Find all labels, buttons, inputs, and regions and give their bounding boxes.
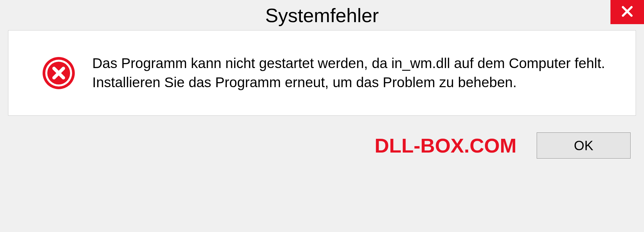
message-panel: Das Programm kann nicht gestartet werden…	[8, 30, 636, 116]
close-icon	[620, 4, 635, 20]
title-bar: Systemfehler	[0, 0, 644, 30]
dialog-title: Systemfehler	[265, 4, 379, 26]
error-message: Das Programm kann nicht gestartet werden…	[92, 54, 615, 92]
ok-button[interactable]: OK	[537, 132, 631, 159]
ok-button-label: OK	[574, 138, 593, 153]
dialog-footer: DLL-BOX.COM OK	[0, 116, 644, 169]
watermark-text: DLL-BOX.COM	[375, 134, 517, 157]
close-button[interactable]	[610, 0, 644, 24]
error-icon	[42, 56, 75, 90]
